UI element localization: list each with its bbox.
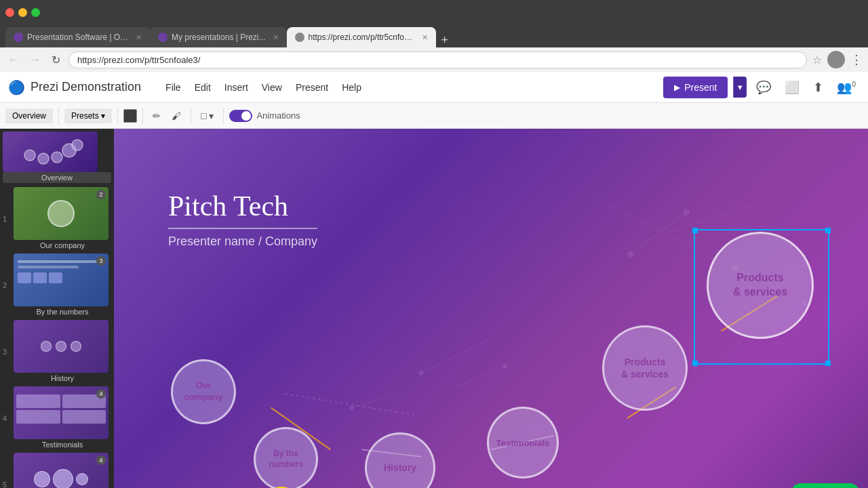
present-button[interactable]: ▶ Present	[663, 77, 728, 98]
node-by-the-numbers[interactable]: By thenumbers	[254, 427, 318, 488]
tab-3[interactable]: https://prezi.com/p/ttr5cnfoale3/ ✕	[287, 27, 436, 47]
browser-menu-button[interactable]: ⋮	[850, 52, 863, 67]
presets-button[interactable]: Presets ▾	[64, 108, 112, 123]
address-bar: ← → ↻ https://prezi.com/p/ttr5cnfoale3/ …	[0, 47, 868, 72]
slide-3-label: History	[14, 373, 111, 384]
slide-3-thumbnail	[14, 320, 108, 373]
edit-toolbar: Overview Presets ▾ ✏ 🖌 □ ▾ Animations	[0, 103, 868, 129]
title-bar	[0, 0, 868, 24]
user-avatar[interactable]	[827, 51, 845, 68]
present-button-label: Present	[684, 82, 717, 93]
overview-thumbnail	[3, 131, 98, 172]
present-play-icon: ▶	[674, 83, 680, 92]
slide-title-area: Pitch Tech Presenter name / Company	[168, 190, 317, 249]
overview-label: Overview	[3, 172, 111, 183]
animations-toggle[interactable]	[229, 110, 252, 122]
toggle-knob	[241, 111, 251, 121]
canvas-area[interactable]: Pitch Tech Presenter name / Company Ourc…	[114, 129, 868, 488]
slide-5-thumbnail: 4	[14, 453, 108, 488]
traffic-lights	[5, 8, 40, 17]
overview-label: Overview	[12, 111, 46, 121]
menu-insert[interactable]: Insert	[224, 82, 248, 93]
sidebar-slide-2[interactable]: 2 3 By the numbers	[3, 253, 111, 317]
slide-1-number: 1	[3, 215, 11, 223]
slide-4-label: Testimonials	[14, 439, 111, 450]
tab-3-close[interactable]: ✕	[422, 33, 428, 42]
slide-4-number: 4	[3, 414, 11, 422]
slide-2-badge: 3	[96, 256, 106, 266]
handle-br	[825, 361, 831, 366]
slide-4-badge: 4	[96, 389, 106, 399]
animations-toggle-group: Animations	[229, 110, 300, 122]
tab-3-favicon	[295, 33, 304, 42]
sidebar-slide-4[interactable]: 4 4 Testimonials	[3, 386, 111, 450]
present-dropdown-button[interactable]: ▾	[733, 77, 747, 98]
highlight-tool-button[interactable]: 🖌	[167, 108, 185, 124]
node-products-services-2-label: Products& services	[733, 271, 787, 300]
prezi-logo-icon: 🔵	[8, 79, 25, 96]
url-bar[interactable]: https://prezi.com/p/ttr5cnfoale3/	[68, 52, 807, 68]
menu-help[interactable]: Help	[342, 82, 361, 93]
menu-view[interactable]: View	[262, 82, 282, 93]
node-testimonials[interactable]: Testimonials	[487, 407, 559, 479]
close-button[interactable]	[5, 8, 14, 17]
svg-line-25	[285, 394, 414, 415]
animations-label: Animations	[256, 110, 300, 121]
comment-button[interactable]: 💬	[752, 77, 775, 98]
node-our-company[interactable]: Ourcompany	[171, 359, 236, 424]
tab-1[interactable]: Presentation Software | Online... ✕	[5, 27, 150, 47]
share-button[interactable]: ⬆	[809, 77, 827, 98]
forward-button[interactable]: →	[27, 52, 43, 67]
pen-tool-button[interactable]: ✏	[149, 108, 165, 124]
tab-2-title: My presentations | Prezi...	[172, 33, 266, 42]
users-button[interactable]: 👥0	[833, 77, 860, 98]
sidebar-slide-5[interactable]: 5 4 Products & ser...	[3, 453, 111, 488]
tab-2-favicon	[158, 33, 167, 42]
maximize-button[interactable]	[31, 8, 40, 17]
tab-2[interactable]: My presentations | Prezi... ✕	[150, 27, 287, 47]
svg-point-9	[684, 209, 689, 215]
svg-point-4	[72, 140, 83, 150]
svg-line-7	[631, 212, 686, 254]
minimize-button[interactable]	[18, 8, 27, 17]
refresh-button[interactable]: ↻	[49, 52, 63, 68]
back-button[interactable]: ←	[5, 52, 22, 67]
svg-point-17	[502, 364, 507, 368]
shape-tool-button[interactable]: □ ▾	[197, 108, 218, 124]
menu-file[interactable]: File	[165, 82, 181, 93]
url-text: https://prezi.com/p/ttr5cnfoale3/	[77, 55, 200, 65]
app-toolbar: 🔵 Prezi Demonstration File Edit Insert V…	[0, 72, 868, 103]
slide-2-label: By the numbers	[14, 306, 111, 317]
svg-line-18	[351, 394, 400, 408]
screen-share-button[interactable]: ⬜	[781, 77, 804, 98]
svg-point-2	[52, 152, 62, 163]
svg-point-0	[24, 150, 35, 161]
svg-point-1	[38, 153, 49, 164]
node-history[interactable]: History	[365, 432, 435, 488]
bookmark-button[interactable]: ☆	[812, 54, 822, 66]
node-products-services-1[interactable]: Products& services	[602, 325, 688, 411]
new-tab-button[interactable]: +	[436, 33, 454, 47]
node-products-services-2[interactable]: Products& services	[707, 232, 814, 339]
node-by-the-numbers-label: By thenumbers	[269, 449, 303, 470]
toolbar-separator-3	[142, 108, 143, 124]
overview-button[interactable]: Overview	[5, 108, 53, 123]
shape-dropdown-icon: ▾	[209, 110, 214, 121]
tab-1-close[interactable]: ✕	[136, 33, 142, 42]
presets-dropdown-icon: ▾	[101, 111, 105, 121]
sidebar-slide-3[interactable]: 3 History	[3, 320, 111, 384]
tab-2-close[interactable]: ✕	[273, 33, 279, 42]
handle-bl	[692, 361, 698, 366]
app-menu: File Edit Insert View Present Help	[165, 82, 361, 93]
sidebar-slide-1[interactable]: 1 2 Our company	[3, 187, 111, 251]
slide-5-number: 5	[3, 481, 11, 488]
presentation-title: Pitch Tech	[168, 190, 317, 229]
menu-edit[interactable]: Edit	[195, 82, 211, 93]
tab-1-title: Presentation Software | Online...	[27, 33, 129, 42]
app-logo: 🔵 Prezi Demonstration	[8, 79, 141, 96]
menu-present[interactable]: Present	[296, 82, 328, 93]
sidebar-overview[interactable]: Overview	[3, 131, 111, 183]
need-help-button[interactable]: Need help ?	[791, 483, 860, 488]
tabs-bar: Presentation Software | Online... ✕ My p…	[0, 24, 868, 47]
color-picker[interactable]	[123, 109, 137, 123]
